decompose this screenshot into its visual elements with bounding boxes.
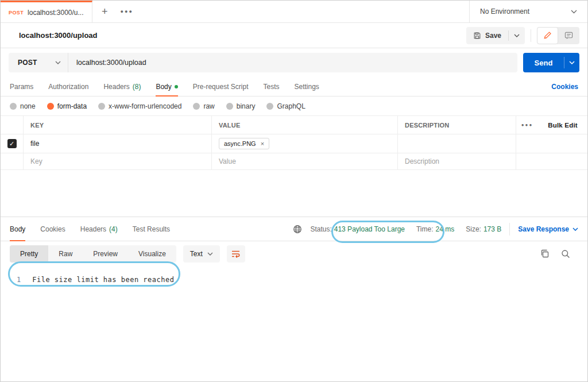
response-body: 1 File size limit has been reached xyxy=(1,267,587,284)
send-options-button[interactable] xyxy=(564,61,579,64)
radio-binary[interactable]: binary xyxy=(226,102,256,110)
cookies-link[interactable]: Cookies xyxy=(551,83,578,91)
method-label: POST xyxy=(18,59,37,67)
tab-options-icon[interactable]: ●●● xyxy=(121,9,133,14)
radio-graphql[interactable]: GraphQL xyxy=(266,102,305,110)
description-column-header: DESCRIPTION xyxy=(398,116,516,134)
select-all-cell xyxy=(1,116,24,134)
chevron-down-icon xyxy=(569,61,575,64)
tab-params[interactable]: Params xyxy=(10,77,33,96)
radio-form-data[interactable]: form-data xyxy=(47,102,87,110)
radio-icon xyxy=(266,103,273,110)
save-icon xyxy=(473,32,481,40)
remove-file-icon[interactable]: × xyxy=(261,140,264,147)
comment-button[interactable] xyxy=(558,27,579,44)
send-button[interactable]: Send xyxy=(523,59,564,67)
save-button-group: Save xyxy=(466,27,525,44)
request-tabs: Params Authorization Headers(8) Body Pre… xyxy=(1,77,587,97)
description-input-placeholder[interactable]: Description xyxy=(398,153,516,169)
url-group: POST localhost:3000/upload xyxy=(9,53,517,72)
response-meta: Status: 413 Payload Too Large Time: 24 m… xyxy=(293,223,578,236)
request-title: localhost:3000/upload xyxy=(19,31,98,40)
copy-button[interactable] xyxy=(540,249,550,258)
divider xyxy=(509,223,510,236)
response-tab-headers[interactable]: Headers(4) xyxy=(80,217,118,241)
row-checkbox[interactable]: ✓ xyxy=(7,139,17,148)
body-type-selector: none form-data x-www-form-urlencoded raw… xyxy=(1,97,587,115)
response-actions xyxy=(540,249,578,258)
chevron-down-icon xyxy=(571,10,577,14)
request-tab[interactable]: POST localhost:3000/u... xyxy=(1,1,92,22)
time-indicator[interactable]: Time: 24 ms xyxy=(413,225,458,233)
view-pretty-button[interactable]: Pretty xyxy=(10,245,48,263)
radio-raw[interactable]: raw xyxy=(193,102,214,110)
size-value: 173 B xyxy=(483,225,501,233)
radio-icon xyxy=(226,103,233,110)
description-cell[interactable] xyxy=(398,134,516,153)
view-raw-button[interactable]: Raw xyxy=(48,245,83,263)
send-button-group: Send xyxy=(523,53,579,72)
tab-tests[interactable]: Tests xyxy=(263,77,279,96)
wrap-text-icon xyxy=(231,250,241,258)
view-preview-button[interactable]: Preview xyxy=(83,245,128,263)
file-chip-label: async.PNG xyxy=(224,140,256,147)
view-mode-switcher: Pretty Raw Preview Visualize xyxy=(10,245,176,263)
pencil-icon xyxy=(543,31,552,40)
format-dropdown[interactable]: Text xyxy=(183,245,220,263)
value-column-header: VALUE xyxy=(212,116,398,134)
environment-selector[interactable]: No Environment xyxy=(469,1,587,22)
wrap-text-button[interactable] xyxy=(227,245,245,263)
save-options-button[interactable] xyxy=(509,34,525,37)
response-header: Body Cookies Headers(4) Test Results Sta… xyxy=(1,217,587,241)
headers-count: (8) xyxy=(133,83,141,91)
chevron-down-icon xyxy=(55,61,61,64)
search-icon xyxy=(561,249,570,258)
new-tab-button[interactable]: + xyxy=(102,6,108,17)
status-indicator[interactable]: Status: 413 Payload Too Large xyxy=(307,225,408,233)
tab-method-badge: POST xyxy=(9,10,24,16)
size-indicator[interactable]: Size: 173 B xyxy=(462,225,505,233)
copy-icon xyxy=(540,249,550,258)
response-toolbar: Pretty Raw Preview Visualize Text xyxy=(1,241,587,267)
bulk-edit-button[interactable]: Bulk Edit xyxy=(538,116,587,134)
save-response-button[interactable]: Save Response xyxy=(518,225,578,233)
method-dropdown[interactable]: POST xyxy=(9,53,68,72)
response-tab-test-results[interactable]: Test Results xyxy=(133,217,170,241)
radio-selected-icon xyxy=(47,103,54,110)
body-modified-dot-icon xyxy=(175,85,178,88)
value-input-placeholder[interactable]: Value xyxy=(212,153,398,169)
radio-none[interactable]: none xyxy=(10,102,36,110)
radio-x-www-form-urlencoded[interactable]: x-www-form-urlencoded xyxy=(98,102,181,110)
tab-headers[interactable]: Headers(8) xyxy=(103,77,141,96)
save-button[interactable]: Save xyxy=(466,32,508,40)
response-tab-body[interactable]: Body xyxy=(10,217,25,241)
tabbar-actions: + ●●● xyxy=(92,1,133,22)
edit-button[interactable] xyxy=(537,27,558,44)
search-button[interactable] xyxy=(561,249,570,258)
key-input-placeholder[interactable]: Key xyxy=(24,153,212,169)
chevron-down-icon xyxy=(514,34,520,37)
key-cell[interactable]: file xyxy=(24,134,212,153)
form-data-table: KEY VALUE DESCRIPTION ●●● Bulk Edit ✓ fi… xyxy=(1,115,587,170)
tab-pre-request-script[interactable]: Pre-request Script xyxy=(193,77,249,96)
tab-bar: POST localhost:3000/u... + ●●● No Enviro… xyxy=(1,1,587,23)
radio-icon xyxy=(10,103,17,110)
postman-app: POST localhost:3000/u... + ●●● No Enviro… xyxy=(0,0,588,382)
tab-settings[interactable]: Settings xyxy=(295,77,319,96)
url-input[interactable]: localhost:3000/upload xyxy=(68,59,146,67)
tab-body[interactable]: Body xyxy=(156,77,177,96)
file-chip[interactable]: async.PNG × xyxy=(219,138,269,149)
response-tab-cookies[interactable]: Cookies xyxy=(40,217,65,241)
url-row: POST localhost:3000/upload Send xyxy=(1,48,587,77)
format-label: Text xyxy=(190,250,203,258)
key-column-header: KEY xyxy=(24,116,212,134)
status-value: 413 Payload Too Large xyxy=(334,225,405,233)
table-row: ✓ file async.PNG × xyxy=(1,134,587,153)
network-globe-icon xyxy=(293,225,302,234)
column-options-icon[interactable]: ●●● xyxy=(516,116,538,134)
save-button-label: Save xyxy=(485,32,501,40)
response-line: 1 File size limit has been reached xyxy=(1,276,587,284)
time-value: 24 ms xyxy=(436,225,455,233)
view-visualize-button[interactable]: Visualize xyxy=(128,245,176,263)
tab-authorization[interactable]: Authorization xyxy=(48,77,88,96)
